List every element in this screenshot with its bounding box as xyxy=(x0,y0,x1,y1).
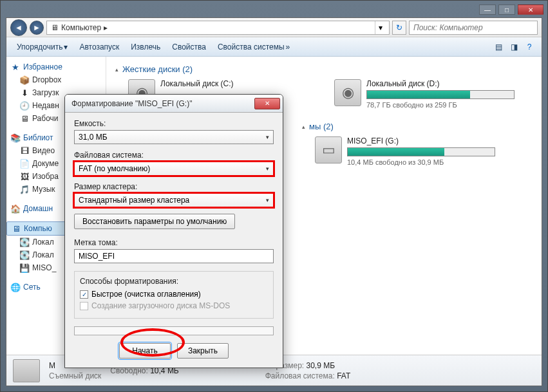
volume-label-input[interactable] xyxy=(74,249,274,263)
dropbox-icon: 📦 xyxy=(19,75,30,85)
back-button[interactable]: ◄ xyxy=(10,19,27,36)
titlebar: — □ ✕ xyxy=(5,5,543,15)
recent-icon: 🕘 xyxy=(19,100,30,111)
checkbox-icon xyxy=(80,302,88,310)
system-properties-button[interactable]: Свойства системы » xyxy=(213,40,295,54)
drive-name: Локальный диск (D:) xyxy=(366,79,515,88)
drive-d[interactable]: ◉ Локальный диск (D:) 78,7 ГБ свободно и… xyxy=(334,79,515,109)
cluster-label: Размер кластера: xyxy=(74,182,274,191)
drive-miso[interactable]: ▭ MISO_EFI (G:) 10,4 МБ свободно из 30,9… xyxy=(315,136,495,166)
forward-button[interactable]: ► xyxy=(30,21,44,35)
capacity-label: Емкость: xyxy=(74,119,274,128)
capacity-bar xyxy=(347,147,495,156)
format-progress xyxy=(74,326,274,335)
checkbox-icon: ✓ xyxy=(80,290,88,299)
start-button[interactable]: Начать xyxy=(119,343,171,359)
hdd-icon: ◉ xyxy=(334,79,361,106)
drive-name: Локальный диск (C:) xyxy=(160,79,308,88)
help-icon[interactable]: ? xyxy=(522,40,536,54)
close-button[interactable]: ✕ xyxy=(518,5,543,15)
minimize-button[interactable]: — xyxy=(479,5,496,15)
toolbar: Упорядочить ▾ Автозапуск Извлечь Свойств… xyxy=(6,37,542,57)
downloads-icon: ⬇ xyxy=(19,88,30,98)
autoplay-button[interactable]: Автозапуск xyxy=(74,40,124,54)
drive-icon: 💽 xyxy=(19,250,30,260)
sidebar-item-dropbox[interactable]: 📦Dropbox xyxy=(6,73,106,86)
drive-free-text: 78,7 ГБ свободно из 259 ГБ xyxy=(366,101,515,109)
organize-menu[interactable]: Упорядочить ▾ xyxy=(12,40,73,54)
methods-label: Способы форматирования: xyxy=(80,277,268,286)
msdos-boot-label: Создание загрузочного диска MS-DOS xyxy=(91,301,230,310)
capacity-combo[interactable]: 31,0 МБ xyxy=(74,130,274,144)
status-size-value: 30,9 МБ xyxy=(306,361,335,370)
breadcrumb-root[interactable]: Компьютер xyxy=(61,23,101,32)
restore-defaults-button[interactable]: Восстановить параметры по умолчанию xyxy=(74,214,235,229)
preview-pane-icon[interactable]: ◨ xyxy=(507,40,521,54)
removable-icon: 💾 xyxy=(19,263,30,273)
hdd-section-header[interactable]: Жесткие диски (2) xyxy=(115,64,533,74)
removable-icon: ▭ xyxy=(315,136,342,163)
status-fs-label: Файловая система: xyxy=(265,371,335,380)
view-icon[interactable]: ▤ xyxy=(491,40,505,54)
search-input[interactable] xyxy=(409,21,538,35)
address-dropdown[interactable]: ▾ xyxy=(375,21,385,34)
favorites-header[interactable]: ★Избранное xyxy=(6,61,106,73)
address-input[interactable]: 🖥 Компьютер ▸ ▾ xyxy=(46,21,390,35)
network-icon: 🌐 xyxy=(10,282,21,292)
maximize-button[interactable]: □ xyxy=(498,5,515,15)
extract-button[interactable]: Извлечь xyxy=(126,40,165,54)
removable-section-header[interactable]: мы (2) xyxy=(302,122,533,131)
format-methods-group: Способы форматирования: ✓ Быстрое (очист… xyxy=(74,271,274,319)
picture-icon: 🖼 xyxy=(19,171,30,182)
volume-label-label: Метка тома: xyxy=(74,238,274,247)
dialog-title: Форматирование "MISO_EFI (G:)" xyxy=(71,99,254,108)
document-icon: 📄 xyxy=(19,158,30,169)
quick-format-checkbox[interactable]: ✓ Быстрое (очистка оглавления) xyxy=(80,290,268,299)
computer-icon: 🖥 xyxy=(11,223,21,234)
status-thumbnail xyxy=(13,359,40,382)
status-fs-value: FAT xyxy=(337,371,350,380)
filesystem-combo[interactable]: FAT (по умолчанию) xyxy=(74,162,274,176)
capacity-bar xyxy=(366,90,515,99)
format-dialog: Форматирование "MISO_EFI (G:)" ✕ Емкость… xyxy=(64,94,283,368)
quick-format-label: Быстрое (очистка оглавления) xyxy=(91,290,201,299)
computer-icon: 🖥 xyxy=(51,23,59,32)
video-icon: 🎞 xyxy=(19,145,30,156)
desktop-icon: 🖥 xyxy=(19,113,30,124)
close-dialog-button[interactable]: Закрыть xyxy=(177,343,229,359)
refresh-button[interactable]: ↻ xyxy=(392,21,406,35)
drive-name: MISO_EFI (G:) xyxy=(347,136,495,145)
cluster-combo[interactable]: Стандартный размер кластера xyxy=(74,193,274,207)
libraries-icon: 📚 xyxy=(10,133,21,143)
dialog-close-button[interactable]: ✕ xyxy=(254,98,280,109)
drive-free-text: 10,4 МБ свободно из 30,9 МБ xyxy=(347,158,495,166)
filesystem-label: Файловая система: xyxy=(74,151,274,160)
msdos-boot-checkbox: Создание загрузочного диска MS-DOS xyxy=(80,301,268,310)
music-icon: 🎵 xyxy=(19,184,30,194)
address-bar: ◄ ► 🖥 Компьютер ▸ ▾ ↻ xyxy=(6,18,542,37)
status-type: Съемный диск xyxy=(49,371,101,380)
star-icon: ★ xyxy=(10,62,21,72)
drive-icon: 💽 xyxy=(19,237,30,247)
homegroup-icon: 🏠 xyxy=(10,203,21,214)
properties-button[interactable]: Свойства xyxy=(167,40,211,54)
dialog-titlebar[interactable]: Форматирование "MISO_EFI (G:)" ✕ xyxy=(65,95,283,113)
breadcrumb-sep: ▸ xyxy=(104,23,108,32)
